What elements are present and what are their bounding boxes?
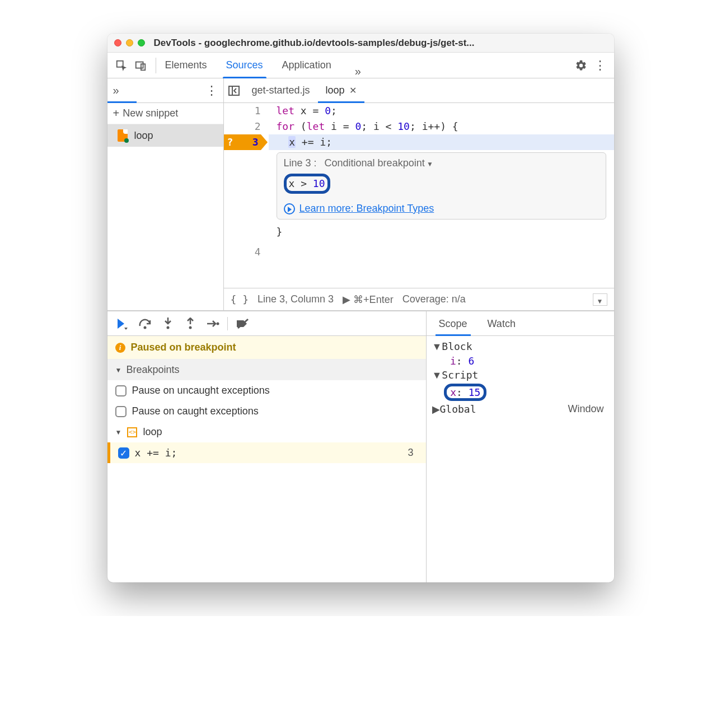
- editor-statusbar: { } Line 3, Column 3 ▶ ⌘+Enter Coverage:…: [224, 288, 614, 310]
- code-body: let x = 0; for (let i = 0; i < 10; i++) …: [269, 103, 614, 288]
- close-tab-icon[interactable]: ✕: [349, 85, 357, 96]
- pause-uncaught-row[interactable]: Pause on uncaught exceptions: [107, 380, 426, 401]
- step-icon[interactable]: [205, 316, 221, 332]
- tab-application[interactable]: Application: [279, 53, 335, 78]
- divider: [227, 317, 228, 330]
- run-hint: ▶ ⌘+Enter: [343, 293, 394, 306]
- editor-tab-label: loop: [326, 85, 345, 96]
- gutter-line[interactable]: 1: [224, 103, 261, 119]
- debugger-pane: i Paused on breakpoint ▼ Breakpoints Pau…: [107, 311, 427, 582]
- tab-scope[interactable]: Scope: [436, 318, 471, 335]
- breakpoint-file-name: loop: [143, 426, 162, 438]
- devtools-window: DevTools - googlechrome.github.io/devtoo…: [107, 34, 614, 582]
- tab-watch[interactable]: Watch: [484, 318, 519, 335]
- snippet-file-icon: [118, 129, 128, 142]
- annotation-highlight: x > 10: [284, 174, 330, 194]
- scope-script[interactable]: ▼Script: [432, 368, 608, 382]
- scope-watch-tabs: Scope Watch: [427, 311, 614, 336]
- editor-tab-loop[interactable]: loop ✕: [318, 78, 364, 102]
- svg-point-6: [166, 326, 169, 329]
- editor-pane: get-started.js loop ✕ 1 2 ? 3: [224, 78, 614, 310]
- step-into-icon[interactable]: [160, 316, 176, 332]
- snippet-item-label: loop: [134, 130, 153, 142]
- scope-global-value: Window: [568, 403, 608, 416]
- breakpoint-line-row[interactable]: ✓ x += i; 3: [107, 442, 426, 463]
- minimize-window-button[interactable]: [126, 39, 133, 46]
- breakpoints-section: ▼ Breakpoints Pause on uncaught exceptio…: [107, 360, 426, 463]
- breakpoint-code: x += i;: [135, 447, 177, 459]
- chevron-down-icon: ▼: [115, 366, 122, 374]
- paused-label: Paused on breakpoint: [131, 342, 236, 353]
- step-out-icon[interactable]: [182, 316, 198, 332]
- bp-type-dropdown[interactable]: Conditional breakpoint: [325, 157, 433, 169]
- editor-tab-label: get-started.js: [252, 85, 310, 96]
- new-snippet-button[interactable]: + New snippet: [107, 103, 223, 124]
- svg-point-5: [143, 326, 146, 329]
- window-title: DevTools - googlechrome.github.io/devtoo…: [154, 38, 607, 49]
- settings-icon[interactable]: [572, 56, 591, 75]
- gutter-line[interactable]: 4: [224, 244, 261, 260]
- option-label: Pause on uncaught exceptions: [132, 385, 270, 396]
- inspect-element-icon[interactable]: [112, 56, 131, 75]
- kebab-menu-icon[interactable]: ⋮: [591, 56, 610, 75]
- toggle-navigator-icon[interactable]: [224, 86, 244, 96]
- gutter-breakpoint-marker[interactable]: ? 3: [224, 134, 261, 150]
- coverage-status: Coverage: n/a: [402, 293, 466, 305]
- svg-rect-1: [135, 62, 143, 68]
- learn-more-link[interactable]: Learn more: Breakpoint Types: [299, 203, 434, 214]
- breakpoint-file-row[interactable]: ▼ <> loop: [107, 422, 426, 442]
- breakpoints-title: Breakpoints: [126, 364, 179, 376]
- snippet-item-loop[interactable]: loop: [107, 124, 223, 147]
- code-line: for (let i = 0; i < 10; i++) {: [269, 119, 614, 134]
- deactivate-breakpoints-icon[interactable]: [235, 316, 250, 332]
- expand-navigator-icon[interactable]: »: [113, 84, 119, 97]
- resume-icon[interactable]: [115, 316, 131, 332]
- svg-point-8: [216, 322, 219, 325]
- new-snippet-label: New snippet: [123, 108, 178, 119]
- scope-var-x: x: 15: [432, 382, 608, 402]
- bp-line-label: Line 3 :: [284, 157, 317, 169]
- divider: [156, 58, 156, 73]
- code-editor[interactable]: 1 2 ? 3 4 let x = 0; for (let: [224, 103, 614, 288]
- plus-icon: +: [113, 107, 120, 120]
- chevron-down-icon: ▼: [115, 428, 122, 436]
- bp-expression[interactable]: x > 10: [289, 178, 325, 189]
- navigator-pane: » ⋮ + New snippet loop: [107, 78, 224, 310]
- more-tabs-icon[interactable]: »: [355, 65, 361, 78]
- breakpoint-condition-box: Line 3 : Conditional breakpoint x > 10: [277, 152, 606, 220]
- navigator-menu-icon[interactable]: ⋮: [205, 83, 218, 98]
- toggle-drawer-icon[interactable]: ▼: [593, 293, 607, 306]
- annotation-highlight: x: 15: [444, 384, 486, 401]
- tab-elements[interactable]: Elements: [162, 53, 210, 78]
- conditional-marker: ?: [227, 134, 233, 150]
- scope-var-i: i: 6: [432, 354, 608, 368]
- arrow-right-circle-icon: [284, 203, 295, 214]
- zoom-window-button[interactable]: [138, 39, 145, 46]
- option-label: Pause on caught exceptions: [132, 405, 259, 417]
- navigator-header: » ⋮: [107, 78, 223, 103]
- gutter: 1 2 ? 3 4: [224, 103, 269, 288]
- gutter-line-number: 3: [252, 134, 261, 150]
- tab-sources[interactable]: Sources: [223, 53, 266, 78]
- step-over-icon[interactable]: [138, 316, 153, 332]
- checkbox-unchecked[interactable]: [115, 406, 127, 417]
- pretty-print-icon[interactable]: { }: [231, 293, 249, 305]
- scope-global[interactable]: ▶GlobalWindow: [432, 402, 608, 417]
- script-file-icon: <>: [127, 427, 137, 437]
- scope-block[interactable]: ▼Block: [432, 339, 608, 354]
- breakpoint-line-number: 3: [408, 447, 418, 459]
- paused-banner: i Paused on breakpoint: [107, 336, 426, 360]
- titlebar: DevTools - googlechrome.github.io/devtoo…: [107, 34, 614, 53]
- editor-tabs: get-started.js loop ✕: [224, 78, 614, 103]
- pause-caught-row[interactable]: Pause on caught exceptions: [107, 401, 426, 422]
- checkbox-checked[interactable]: ✓: [118, 447, 129, 459]
- code-line: }: [269, 224, 614, 240]
- gutter-line[interactable]: 2: [224, 119, 261, 134]
- close-window-button[interactable]: [114, 39, 121, 46]
- breakpoints-header[interactable]: ▼ Breakpoints: [107, 360, 426, 380]
- info-icon: i: [115, 343, 125, 353]
- scope-pane: Scope Watch ▼Block i: 6 ▼Script x: 15 ▶G…: [427, 311, 614, 582]
- checkbox-unchecked[interactable]: [115, 385, 127, 396]
- editor-tab-get-started[interactable]: get-started.js: [244, 78, 318, 102]
- device-toolbar-icon[interactable]: [131, 56, 150, 75]
